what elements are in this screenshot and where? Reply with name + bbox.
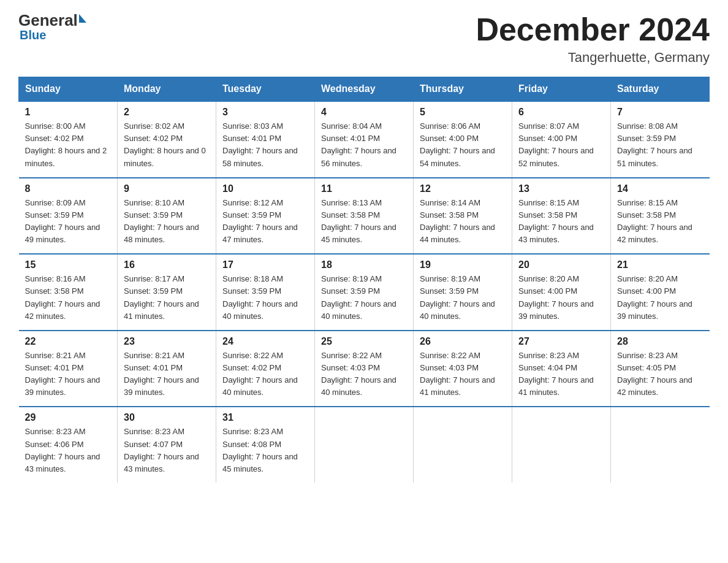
calendar-cell: 11Sunrise: 8:13 AM Sunset: 3:58 PM Dayli… <box>315 178 414 255</box>
day-number: 28 <box>617 336 703 347</box>
day-number: 29 <box>25 412 112 423</box>
day-info: Sunrise: 8:04 AM Sunset: 4:01 PM Dayligh… <box>321 120 407 170</box>
day-info: Sunrise: 8:16 AM Sunset: 3:58 PM Dayligh… <box>25 273 112 323</box>
day-info: Sunrise: 8:03 AM Sunset: 4:01 PM Dayligh… <box>222 120 308 170</box>
day-number: 7 <box>617 107 703 118</box>
day-number: 30 <box>124 412 210 423</box>
calendar-cell: 20Sunrise: 8:20 AM Sunset: 4:00 PM Dayli… <box>512 254 611 331</box>
calendar-cell: 2Sunrise: 8:02 AM Sunset: 4:02 PM Daylig… <box>118 101 216 178</box>
day-info: Sunrise: 8:02 AM Sunset: 4:02 PM Dayligh… <box>124 120 210 170</box>
day-number: 27 <box>518 336 604 347</box>
day-info: Sunrise: 8:23 AM Sunset: 4:05 PM Dayligh… <box>617 350 703 399</box>
day-info: Sunrise: 8:12 AM Sunset: 3:59 PM Dayligh… <box>222 197 308 247</box>
day-header-friday: Friday <box>512 77 611 102</box>
calendar-week-row: 29Sunrise: 8:23 AM Sunset: 4:06 PM Dayli… <box>19 407 710 483</box>
day-info: Sunrise: 8:22 AM Sunset: 4:02 PM Dayligh… <box>222 350 308 399</box>
days-header-row: SundayMondayTuesdayWednesdayThursdayFrid… <box>19 77 710 102</box>
day-number: 8 <box>25 183 112 194</box>
day-number: 16 <box>124 259 210 270</box>
calendar-cell: 24Sunrise: 8:22 AM Sunset: 4:02 PM Dayli… <box>216 331 315 407</box>
day-info: Sunrise: 8:07 AM Sunset: 4:00 PM Dayligh… <box>518 120 604 170</box>
day-info: Sunrise: 8:23 AM Sunset: 4:04 PM Dayligh… <box>518 350 604 399</box>
day-info: Sunrise: 8:00 AM Sunset: 4:02 PM Dayligh… <box>25 120 112 170</box>
day-info: Sunrise: 8:10 AM Sunset: 3:59 PM Dayligh… <box>124 197 210 247</box>
calendar-cell: 26Sunrise: 8:22 AM Sunset: 4:03 PM Dayli… <box>414 331 512 407</box>
calendar-title: December 2024 <box>476 12 710 47</box>
calendar-cell: 30Sunrise: 8:23 AM Sunset: 4:07 PM Dayli… <box>118 407 216 483</box>
calendar-cell <box>611 407 710 483</box>
day-info: Sunrise: 8:18 AM Sunset: 3:59 PM Dayligh… <box>222 273 308 323</box>
day-number: 11 <box>321 183 407 194</box>
day-header-thursday: Thursday <box>414 77 512 102</box>
day-info: Sunrise: 8:17 AM Sunset: 3:59 PM Dayligh… <box>124 273 210 323</box>
calendar-cell: 23Sunrise: 8:21 AM Sunset: 4:01 PM Dayli… <box>118 331 216 407</box>
calendar-cell: 1Sunrise: 8:00 AM Sunset: 4:02 PM Daylig… <box>19 101 118 178</box>
day-number: 19 <box>420 259 506 270</box>
calendar-cell: 10Sunrise: 8:12 AM Sunset: 3:59 PM Dayli… <box>216 178 315 255</box>
day-info: Sunrise: 8:23 AM Sunset: 4:08 PM Dayligh… <box>222 426 308 475</box>
day-info: Sunrise: 8:22 AM Sunset: 4:03 PM Dayligh… <box>321 350 407 399</box>
calendar-cell: 22Sunrise: 8:21 AM Sunset: 4:01 PM Dayli… <box>19 331 118 407</box>
day-number: 18 <box>321 259 407 270</box>
calendar-week-row: 15Sunrise: 8:16 AM Sunset: 3:58 PM Dayli… <box>19 254 710 331</box>
day-info: Sunrise: 8:20 AM Sunset: 4:00 PM Dayligh… <box>518 273 604 323</box>
day-number: 13 <box>518 183 604 194</box>
calendar-week-row: 8Sunrise: 8:09 AM Sunset: 3:59 PM Daylig… <box>19 178 710 255</box>
calendar-week-row: 1Sunrise: 8:00 AM Sunset: 4:02 PM Daylig… <box>19 101 710 178</box>
calendar-cell: 29Sunrise: 8:23 AM Sunset: 4:06 PM Dayli… <box>19 407 118 483</box>
calendar-cell: 12Sunrise: 8:14 AM Sunset: 3:58 PM Dayli… <box>414 178 512 255</box>
day-number: 9 <box>124 183 210 194</box>
day-number: 4 <box>321 107 407 118</box>
day-header-sunday: Sunday <box>19 77 118 102</box>
day-header-wednesday: Wednesday <box>315 77 414 102</box>
header: General Blue December 2024 Tangerhuette,… <box>18 12 710 66</box>
logo-blue-text: Blue <box>20 28 46 42</box>
calendar-cell: 18Sunrise: 8:19 AM Sunset: 3:59 PM Dayli… <box>315 254 414 331</box>
day-number: 5 <box>420 107 506 118</box>
day-number: 21 <box>617 259 703 270</box>
day-number: 2 <box>124 107 210 118</box>
day-info: Sunrise: 8:19 AM Sunset: 3:59 PM Dayligh… <box>321 273 407 323</box>
calendar-subtitle: Tangerhuette, Germany <box>476 50 710 66</box>
day-number: 3 <box>222 107 308 118</box>
day-header-monday: Monday <box>118 77 216 102</box>
day-number: 14 <box>617 183 703 194</box>
calendar-cell <box>512 407 611 483</box>
day-number: 6 <box>518 107 604 118</box>
calendar-cell: 31Sunrise: 8:23 AM Sunset: 4:08 PM Dayli… <box>216 407 315 483</box>
calendar-cell: 28Sunrise: 8:23 AM Sunset: 4:05 PM Dayli… <box>611 331 710 407</box>
day-info: Sunrise: 8:15 AM Sunset: 3:58 PM Dayligh… <box>518 197 604 247</box>
calendar-cell: 15Sunrise: 8:16 AM Sunset: 3:58 PM Dayli… <box>19 254 118 331</box>
calendar-cell: 16Sunrise: 8:17 AM Sunset: 3:59 PM Dayli… <box>118 254 216 331</box>
logo-triangle-icon <box>79 14 86 23</box>
day-header-saturday: Saturday <box>611 77 710 102</box>
day-info: Sunrise: 8:22 AM Sunset: 4:03 PM Dayligh… <box>420 350 506 399</box>
day-info: Sunrise: 8:06 AM Sunset: 4:00 PM Dayligh… <box>420 120 506 170</box>
day-info: Sunrise: 8:23 AM Sunset: 4:07 PM Dayligh… <box>124 426 210 475</box>
day-number: 20 <box>518 259 604 270</box>
day-info: Sunrise: 8:21 AM Sunset: 4:01 PM Dayligh… <box>124 350 210 399</box>
day-number: 25 <box>321 336 407 347</box>
logo-general-text: General <box>18 12 78 28</box>
day-info: Sunrise: 8:19 AM Sunset: 3:59 PM Dayligh… <box>420 273 506 323</box>
calendar-cell: 5Sunrise: 8:06 AM Sunset: 4:00 PM Daylig… <box>414 101 512 178</box>
calendar-table: SundayMondayTuesdayWednesdayThursdayFrid… <box>18 77 710 483</box>
calendar-cell: 19Sunrise: 8:19 AM Sunset: 3:59 PM Dayli… <box>414 254 512 331</box>
calendar-cell: 13Sunrise: 8:15 AM Sunset: 3:58 PM Dayli… <box>512 178 611 255</box>
day-number: 17 <box>222 259 308 270</box>
calendar-cell: 6Sunrise: 8:07 AM Sunset: 4:00 PM Daylig… <box>512 101 611 178</box>
calendar-cell: 25Sunrise: 8:22 AM Sunset: 4:03 PM Dayli… <box>315 331 414 407</box>
day-info: Sunrise: 8:20 AM Sunset: 4:00 PM Dayligh… <box>617 273 703 323</box>
day-number: 10 <box>222 183 308 194</box>
calendar-cell: 14Sunrise: 8:15 AM Sunset: 3:58 PM Dayli… <box>611 178 710 255</box>
title-section: December 2024 Tangerhuette, Germany <box>476 12 710 66</box>
day-number: 1 <box>25 107 112 118</box>
day-info: Sunrise: 8:09 AM Sunset: 3:59 PM Dayligh… <box>25 197 112 247</box>
day-number: 15 <box>25 259 112 270</box>
calendar-cell: 27Sunrise: 8:23 AM Sunset: 4:04 PM Dayli… <box>512 331 611 407</box>
day-number: 24 <box>222 336 308 347</box>
day-info: Sunrise: 8:23 AM Sunset: 4:06 PM Dayligh… <box>25 426 112 475</box>
calendar-cell: 21Sunrise: 8:20 AM Sunset: 4:00 PM Dayli… <box>611 254 710 331</box>
calendar-week-row: 22Sunrise: 8:21 AM Sunset: 4:01 PM Dayli… <box>19 331 710 407</box>
day-info: Sunrise: 8:08 AM Sunset: 3:59 PM Dayligh… <box>617 120 703 170</box>
